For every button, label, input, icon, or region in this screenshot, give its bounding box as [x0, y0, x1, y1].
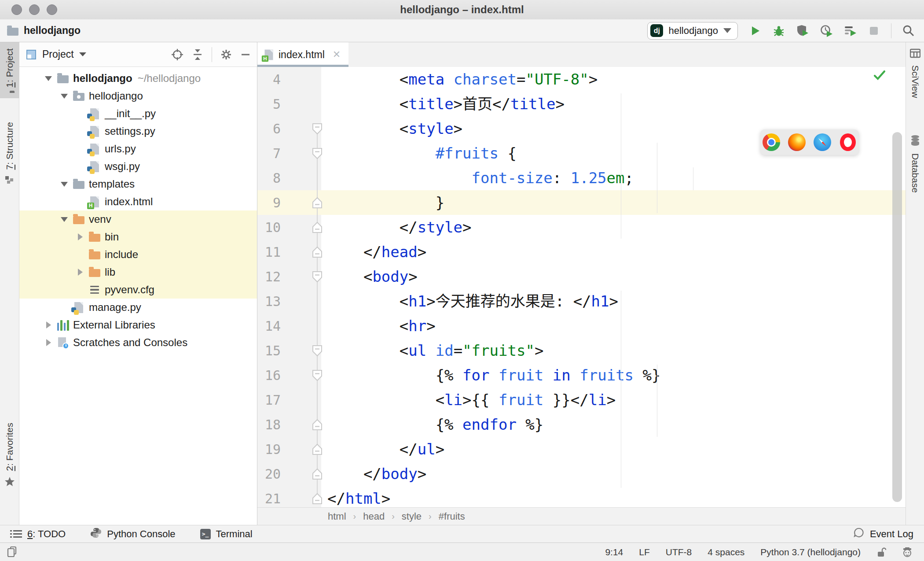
run-button[interactable] — [748, 24, 762, 37]
line-number[interactable]: 9 — [273, 195, 281, 210]
stripe-tab-database[interactable]: Database — [906, 129, 924, 198]
stop-button[interactable] — [867, 24, 880, 37]
tree-item-settings.py[interactable]: settings.py — [19, 122, 257, 140]
chevron-right-icon[interactable] — [46, 339, 51, 346]
chevron-right-icon[interactable] — [46, 321, 51, 328]
code-line-12[interactable]: 12 <body> — [257, 264, 906, 289]
code-line-8[interactable]: 8 font-size: 1.25em; — [257, 166, 906, 190]
line-number[interactable]: 8 — [273, 170, 281, 186]
editor-gutter[interactable]: 12 — [257, 264, 321, 289]
fold-marker-end[interactable] — [312, 221, 323, 235]
code-line-10[interactable]: 10 </style> — [257, 215, 906, 240]
line-number[interactable]: 14 — [265, 318, 281, 334]
tree-item-manage.py[interactable]: manage.py — [19, 299, 257, 316]
code-editor[interactable]: 4 <meta charset="UTF-8">5 <title>首页</tit… — [257, 67, 906, 507]
code-line-20[interactable]: 20 </body> — [257, 461, 906, 486]
run-with-settings-button[interactable] — [843, 24, 857, 37]
editor-gutter[interactable]: 5 — [257, 92, 321, 116]
tree-item-hellodjango[interactable]: hellodjango~/hellodjango — [19, 70, 257, 87]
profiler-button[interactable] — [820, 24, 833, 37]
tool-window-switcher-icon[interactable] — [6, 546, 18, 558]
close-window-button[interactable] — [11, 4, 22, 15]
zoom-window-button[interactable] — [47, 4, 57, 15]
line-number[interactable]: 6 — [273, 121, 281, 137]
line-number[interactable]: 10 — [265, 220, 281, 235]
breadcrumb-item-head[interactable]: head — [363, 511, 385, 522]
editor-gutter[interactable]: 10 — [257, 215, 321, 240]
fold-marker-end[interactable] — [312, 468, 323, 482]
status-line-separator[interactable]: LF — [639, 547, 650, 557]
editor-gutter[interactable]: 14 — [257, 314, 321, 338]
status-python-interpreter[interactable]: Python 3.7 (hellodjango) — [760, 547, 861, 557]
line-number[interactable]: 5 — [273, 96, 281, 112]
locate-file-icon[interactable] — [171, 48, 183, 61]
editor-gutter[interactable]: 21 — [257, 486, 321, 507]
line-number[interactable]: 18 — [265, 417, 281, 432]
fold-marker-end[interactable] — [312, 443, 323, 457]
minimize-window-button[interactable] — [29, 4, 40, 15]
code-line-15[interactable]: 15 <ul id="fruits"> — [257, 338, 906, 363]
code-line-18[interactable]: 18 {% endfor %} — [257, 412, 906, 437]
editor-gutter[interactable]: 9 — [257, 190, 321, 215]
fold-marker-end[interactable] — [312, 419, 323, 432]
editor-gutter[interactable]: 11 — [257, 240, 321, 264]
chevron-down-icon[interactable] — [45, 76, 52, 81]
search-everywhere-icon[interactable] — [902, 24, 915, 37]
tool-window-button-python-console[interactable]: Python Console — [90, 527, 175, 541]
stripe-tab-sciview[interactable]: SciView — [906, 42, 924, 103]
chevron-down-icon[interactable] — [61, 182, 68, 187]
tool-window-button-event-log[interactable]: Event Log — [853, 527, 913, 541]
tree-item-lib[interactable]: lib — [19, 263, 257, 281]
status-caret-position[interactable]: 9:14 — [605, 547, 623, 557]
line-number[interactable]: 19 — [265, 442, 281, 457]
tree-item-external-libraries[interactable]: External Libraries — [19, 316, 257, 334]
collapse-all-icon[interactable] — [191, 48, 204, 61]
tree-item-pyvenv.cfg[interactable]: pyvenv.cfg — [19, 281, 257, 299]
fold-marker-start[interactable] — [312, 369, 323, 383]
editor-tab-index-html[interactable]: H index.html ✕ — [257, 42, 348, 67]
hide-panel-icon[interactable] — [240, 48, 251, 61]
run-with-coverage-button[interactable] — [796, 24, 809, 37]
breadcrumb-item-html[interactable]: html — [328, 511, 346, 522]
code-line-5[interactable]: 5 <title>首页</title> — [257, 92, 906, 116]
tree-item-scratches-and-consoles[interactable]: Scratches and Consoles — [19, 334, 257, 351]
run-configuration-select[interactable]: dj hellodjango — [647, 22, 738, 40]
line-number[interactable]: 16 — [265, 368, 281, 383]
line-number[interactable]: 7 — [273, 146, 281, 161]
tree-item-include[interactable]: include — [19, 246, 257, 263]
code-line-13[interactable]: 13 <h1>今天推荐的水果是: </h1> — [257, 289, 906, 314]
chevron-right-icon[interactable] — [78, 269, 83, 276]
editor-gutter[interactable]: 8 — [257, 166, 321, 190]
line-number[interactable]: 11 — [265, 244, 281, 260]
chevron-down-icon[interactable] — [61, 94, 68, 99]
gear-icon[interactable] — [220, 48, 232, 61]
tree-item-wsgi.py[interactable]: wsgi.py — [19, 158, 257, 175]
code-line-17[interactable]: 17 <li>{{ fruit }}</li> — [257, 388, 906, 412]
inspection-ok-checkmark-icon[interactable] — [873, 70, 886, 81]
line-number[interactable]: 12 — [265, 269, 281, 284]
stripe-tab-favorites[interactable]: 2: Favorites — [0, 417, 19, 494]
editor-gutter[interactable]: 17 — [257, 388, 321, 412]
tree-item-urls.py[interactable]: urls.py — [19, 140, 257, 158]
tree-item---init--.py[interactable]: __init__.py — [19, 105, 257, 122]
line-number[interactable]: 13 — [265, 294, 281, 309]
browser-firefox-icon[interactable] — [788, 133, 806, 151]
editor-gutter[interactable]: 20 — [257, 461, 321, 486]
editor-gutter[interactable]: 18 — [257, 412, 321, 437]
code-line-19[interactable]: 19 </ul> — [257, 437, 906, 461]
editor-gutter[interactable]: 19 — [257, 437, 321, 461]
tool-window-button-terminal[interactable]: >_Terminal — [200, 528, 253, 540]
stripe-tab-project[interactable]: 1: Project — [0, 42, 19, 98]
chevron-down-icon[interactable] — [79, 52, 86, 56]
editor-gutter[interactable]: 6 — [257, 116, 321, 141]
chevron-right-icon[interactable] — [78, 233, 83, 240]
browser-opera-icon[interactable] — [840, 133, 856, 151]
debug-button[interactable] — [772, 24, 785, 37]
tree-item-venv[interactable]: venv — [19, 210, 257, 228]
editor-gutter[interactable]: 4 — [257, 67, 321, 92]
code-line-9[interactable]: 9 } — [257, 190, 906, 215]
fold-marker-start[interactable] — [312, 345, 323, 358]
code-line-16[interactable]: 16 {% for fruit in fruits %} — [257, 363, 906, 388]
fold-marker-end[interactable] — [312, 246, 323, 260]
line-number[interactable]: 21 — [265, 491, 281, 506]
